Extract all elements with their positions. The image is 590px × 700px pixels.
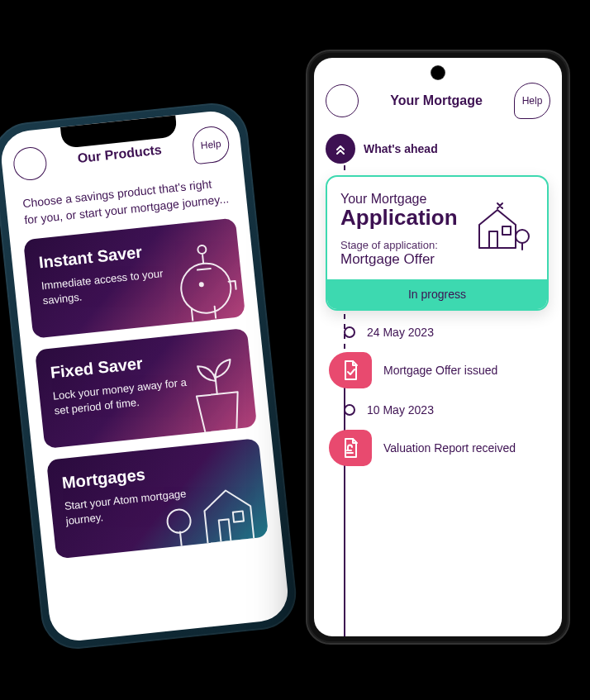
timeline-event[interactable]: Valuation Report received — [329, 430, 550, 466]
page-title: Your Mortgage — [359, 93, 514, 108]
piggy-bank-icon — [152, 239, 245, 334]
timeline-dot-icon — [344, 326, 355, 338]
close-icon — [23, 156, 38, 171]
mortgage-body: What's ahead Your Mortgage Application S… — [314, 127, 562, 636]
phone-products: Our Products Help Choose a savings produ… — [0, 100, 300, 653]
timeline-date-text: 10 May 2023 — [367, 403, 434, 417]
svg-point-4 — [166, 508, 192, 534]
arrow-left-icon — [335, 94, 349, 107]
card-fixed-saver[interactable]: Fixed Saver Lock your money away for a s… — [35, 328, 257, 449]
timeline-dot-icon — [344, 404, 355, 416]
house-icon — [468, 192, 534, 268]
screen-mortgage: Your Mortgage Help What's ahead Your Mor… — [314, 58, 562, 636]
svg-rect-2 — [219, 520, 231, 543]
help-label: Help — [200, 138, 221, 152]
document-check-icon — [329, 352, 372, 388]
app-stage-label: Stage of application: — [340, 239, 458, 251]
screen-products: Our Products Help Choose a savings produ… — [0, 109, 291, 644]
svg-point-1 — [200, 283, 203, 286]
timeline-date: 10 May 2023 — [337, 403, 550, 417]
app-stage-value: Mortgage Offer — [340, 251, 458, 268]
event-label: Valuation Report received — [383, 441, 516, 455]
svg-rect-6 — [502, 226, 511, 235]
card-mortgages[interactable]: Mortgages Start your Atom mortgage journ… — [46, 438, 269, 559]
help-label: Help — [522, 95, 543, 107]
phone-mortgage: Your Mortgage Help What's ahead Your Mor… — [306, 50, 570, 645]
timeline-solid — [344, 359, 345, 636]
help-button[interactable]: Help — [514, 83, 550, 119]
status-bar: In progress — [327, 279, 547, 309]
document-pound-icon — [329, 430, 372, 466]
plant-pot-icon — [163, 340, 257, 444]
back-button[interactable] — [326, 84, 359, 117]
event-label: Mortgage Offer issued — [383, 364, 497, 377]
timeline-event[interactable]: Mortgage Offer issued — [329, 352, 550, 388]
close-button[interactable] — [12, 145, 48, 182]
application-card[interactable]: Your Mortgage Application Stage of appli… — [326, 175, 549, 311]
svg-rect-5 — [489, 231, 497, 248]
whats-ahead-label: What's ahead — [364, 142, 438, 155]
timeline-date: 24 May 2023 — [337, 326, 550, 339]
timeline-date-text: 24 May 2023 — [367, 326, 434, 339]
svg-point-7 — [516, 230, 529, 243]
card-instant-saver[interactable]: Instant Saver Immediate access to your s… — [23, 218, 245, 339]
whats-ahead[interactable]: What's ahead — [326, 134, 438, 164]
chevron-up-double-icon — [326, 134, 355, 164]
house-tree-icon — [159, 459, 269, 555]
product-card-list: Instant Saver Immediate access to your s… — [10, 217, 282, 560]
svg-rect-3 — [233, 512, 244, 522]
help-button[interactable]: Help — [191, 125, 231, 164]
app-line2: Application — [340, 205, 458, 231]
camera-punch-hole — [431, 66, 445, 79]
